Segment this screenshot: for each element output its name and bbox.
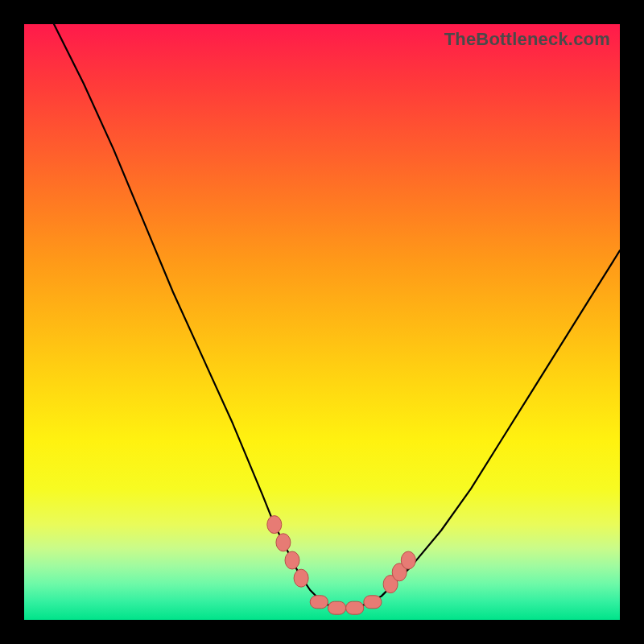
trough-marker-pill (310, 596, 328, 609)
highlight-trough (267, 516, 416, 615)
trough-marker-pill (364, 596, 382, 609)
chart-svg (24, 24, 620, 620)
trough-marker-pill (346, 601, 364, 614)
chart-frame: TheBottleneck.com (0, 0, 644, 644)
trough-marker-dot (285, 551, 299, 569)
trough-marker-dot (276, 534, 291, 551)
trough-marker-dot (294, 569, 308, 587)
plot-area: TheBottleneck.com (24, 24, 620, 620)
trough-marker-dot (401, 551, 415, 569)
trough-marker-pill (328, 601, 345, 614)
bottleneck-curve (54, 24, 620, 608)
trough-marker-dot (267, 516, 282, 534)
